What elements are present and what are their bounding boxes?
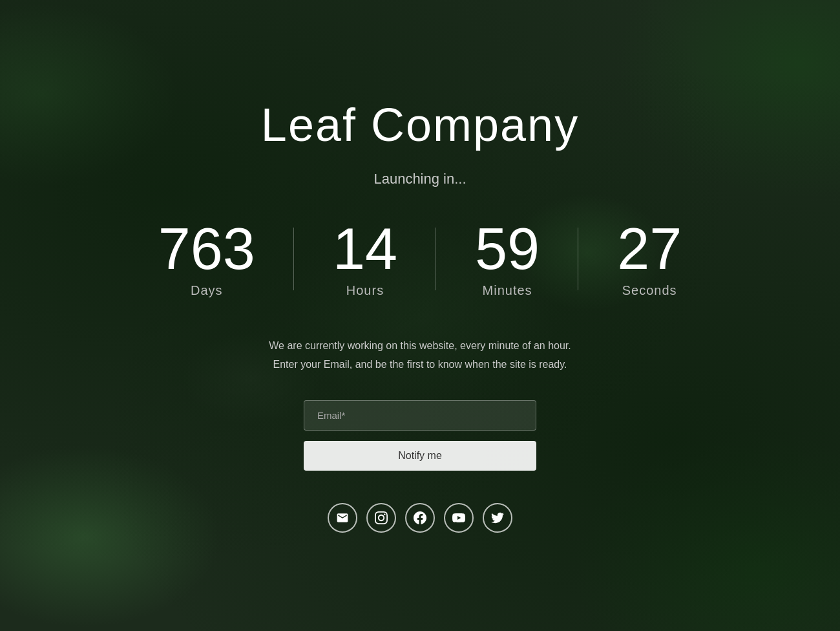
youtube-icon xyxy=(452,511,465,524)
email-input[interactable] xyxy=(304,400,536,431)
countdown-seconds: 27 Seconds xyxy=(578,220,720,298)
countdown-container: 763 Days 14 Hours 59 Minutes 27 Seconds xyxy=(142,220,698,298)
seconds-value: 27 xyxy=(617,220,682,278)
hours-value: 14 xyxy=(333,220,397,278)
days-value: 763 xyxy=(158,220,255,278)
instagram-icon xyxy=(375,511,388,524)
facebook-icon xyxy=(414,511,426,524)
email-form: Notify me xyxy=(142,400,698,471)
hours-label: Hours xyxy=(346,283,384,298)
launching-text: Launching in... xyxy=(142,171,698,187)
social-icons xyxy=(142,503,698,533)
mail-icon xyxy=(336,511,349,524)
email-social-button[interactable] xyxy=(328,503,357,533)
seconds-label: Seconds xyxy=(622,283,677,298)
main-content: Leaf Company Launching in... 763 Days 14… xyxy=(129,85,711,546)
countdown-minutes: 59 Minutes xyxy=(436,220,578,298)
facebook-button[interactable] xyxy=(405,503,435,533)
minutes-label: Minutes xyxy=(483,283,532,298)
notify-button[interactable]: Notify me xyxy=(304,441,536,471)
twitter-icon xyxy=(491,511,504,524)
instagram-button[interactable] xyxy=(366,503,396,533)
description-line1: We are currently working on this website… xyxy=(142,337,698,356)
countdown-hours: 14 Hours xyxy=(294,220,436,298)
minutes-value: 59 xyxy=(475,220,540,278)
countdown-days: 763 Days xyxy=(120,220,294,298)
twitter-button[interactable] xyxy=(483,503,512,533)
description: We are currently working on this website… xyxy=(142,337,698,374)
youtube-button[interactable] xyxy=(444,503,474,533)
description-line2: Enter your Email, and be the first to kn… xyxy=(142,356,698,374)
site-title: Leaf Company xyxy=(142,98,698,151)
days-label: Days xyxy=(191,283,223,298)
